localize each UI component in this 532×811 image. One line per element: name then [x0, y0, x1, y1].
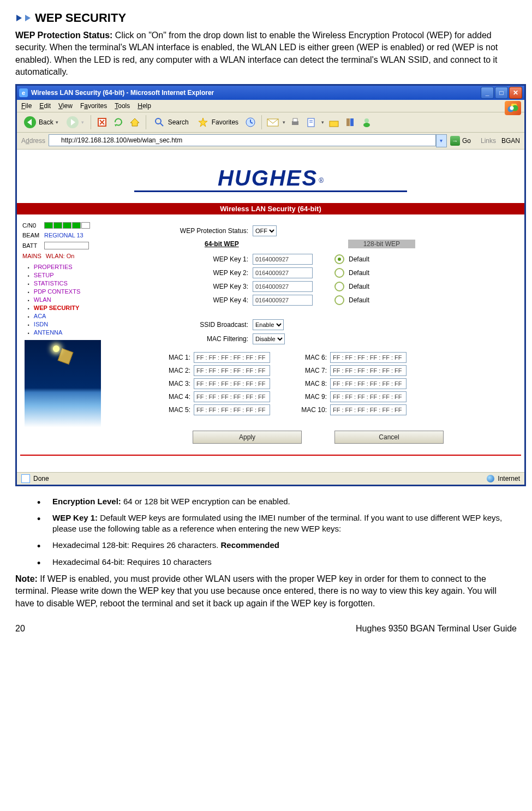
minimize-button[interactable]: _ [481, 87, 494, 99]
satellite-image [25, 340, 101, 427]
bgan-link[interactable]: BGAN [499, 137, 520, 145]
ssid-label: SSID Broadcast: [123, 321, 253, 329]
page-banner: Wireless LAN Security (64-bit) [17, 203, 524, 214]
menu-edit[interactable]: Edit [39, 102, 51, 110]
mac2-label: MAC 2: [156, 367, 194, 374]
wep-key1-label: WEP Key 1: [123, 255, 253, 263]
back-label: Back [39, 118, 53, 126]
menu-file[interactable]: File [21, 102, 32, 110]
mac5-input[interactable] [194, 404, 270, 415]
address-label: Address [21, 137, 45, 145]
wep-key4-input[interactable] [253, 295, 313, 306]
default-label: Default [349, 283, 369, 290]
mac7-label: MAC 7: [292, 367, 330, 374]
menubar: File Edit View Favorites Tools Help [17, 100, 524, 112]
mac9-input[interactable] [330, 391, 407, 402]
back-button[interactable]: Back ▾ [21, 115, 61, 130]
maximize-button[interactable]: □ [495, 87, 508, 99]
menu-favorites[interactable]: Favorites [80, 102, 107, 110]
wep-key3-radio[interactable] [334, 282, 344, 291]
nav-properties[interactable]: PROPERTIES [34, 264, 73, 270]
cno-label: C/N0 [22, 222, 44, 229]
go-button[interactable]: → Go [450, 136, 471, 146]
toolbar-separator [261, 115, 262, 129]
batt-meter [44, 242, 89, 249]
beam-label: BEAM [22, 232, 44, 238]
ie-app-icon: e [19, 88, 28, 97]
default-label: Default [349, 255, 369, 263]
menu-view[interactable]: View [58, 102, 73, 110]
search-button[interactable]: Search [151, 115, 191, 130]
discuss-icon[interactable] [327, 116, 340, 129]
page-number: 20 [15, 624, 25, 634]
cno-meter [44, 222, 90, 229]
nav-pdp[interactable]: PDP CONTEXTS [34, 288, 80, 295]
mac4-input[interactable] [194, 391, 270, 402]
mac8-input[interactable] [330, 378, 407, 389]
mac7-input[interactable] [330, 365, 407, 376]
print-icon[interactable] [289, 116, 302, 129]
mac3-input[interactable] [194, 378, 270, 389]
wep-key1-radio[interactable] [334, 254, 344, 264]
toolbar-separator [91, 115, 91, 129]
svg-point-11 [156, 118, 161, 124]
wep-key3-input[interactable] [253, 281, 313, 292]
zone-text: Internet [498, 475, 520, 482]
nav-isdn[interactable]: ISDN [34, 321, 48, 327]
home-icon[interactable] [128, 116, 141, 129]
default-label: Default [349, 296, 369, 304]
tab-128bit[interactable]: 128-bit WEP [348, 240, 415, 248]
close-button[interactable]: ✕ [509, 87, 522, 99]
favorites-button[interactable]: Favorites [194, 115, 241, 130]
nav-setup[interactable]: SETUP [34, 272, 54, 278]
menu-help[interactable]: Help [138, 102, 151, 110]
menu-tools[interactable]: Tools [115, 102, 130, 110]
xp-flag-icon [505, 101, 521, 115]
nav-statistics[interactable]: STATISTICS [34, 280, 68, 287]
wep-key2-radio[interactable] [334, 268, 344, 278]
nav-aca[interactable]: ACA [34, 313, 46, 319]
url-dropdown-icon[interactable]: ▾ [436, 134, 447, 147]
note-text: If WEP is enabled, you must provide othe… [15, 574, 497, 608]
edit-dd-icon: ▾ [321, 120, 324, 125]
page-viewport: HUGHES® Wireless LAN Security (64-bit) C… [17, 150, 524, 485]
fwd-dd-icon: ▾ [81, 120, 84, 125]
logo-text: HUGHES [218, 166, 318, 190]
cancel-button[interactable]: Cancel [334, 431, 444, 444]
page-footer: 20 Hughes 9350 BGAN Terminal User Guide [15, 624, 517, 634]
wep-key4-radio[interactable] [334, 295, 344, 305]
mac2-input[interactable] [194, 365, 270, 376]
wep-key1-input[interactable] [253, 254, 313, 265]
intro-label: WEP Protection Status: [15, 31, 112, 40]
history-icon[interactable] [244, 116, 257, 129]
url-input[interactable] [49, 134, 436, 146]
default-label: Default [349, 269, 369, 277]
messenger-icon[interactable] [360, 116, 373, 129]
mail-icon[interactable] [266, 116, 279, 129]
nav-wlan[interactable]: WLAN [34, 296, 51, 303]
ssid-select[interactable]: Enable [253, 319, 284, 330]
mac1-input[interactable] [194, 352, 270, 363]
svg-marker-1 [25, 15, 31, 21]
mac6-input[interactable] [330, 352, 407, 363]
beam-value: REGIONAL 13 [44, 232, 83, 238]
apply-button[interactable]: Apply [193, 431, 302, 444]
tab-64bit[interactable]: 64-bit WEP [205, 240, 239, 248]
nav-antenna[interactable]: ANTENNA [34, 329, 63, 336]
nav-wep-security[interactable]: WEP SECURITY [34, 305, 80, 311]
window-titlebar: e Wireless LAN Security (64-bit) - Micro… [17, 86, 524, 100]
bgan-label: BGAN [501, 137, 520, 145]
wep-key2-input[interactable] [253, 267, 313, 278]
macfilter-select[interactable]: Disable [253, 333, 285, 344]
edit-icon[interactable] [305, 116, 318, 129]
research-icon[interactable] [344, 116, 357, 129]
refresh-icon[interactable] [112, 116, 125, 129]
svg-rect-25 [350, 118, 354, 126]
stop-icon[interactable] [95, 116, 109, 129]
mac10-input[interactable] [330, 404, 407, 415]
footer-title: Hughes 9350 BGAN Terminal User Guide [356, 624, 517, 634]
forward-button[interactable]: ▾ [64, 115, 86, 130]
svg-line-12 [160, 123, 163, 126]
wep-status-select[interactable]: OFF [253, 225, 277, 236]
macfilter-label: MAC Filtering: [123, 335, 253, 343]
